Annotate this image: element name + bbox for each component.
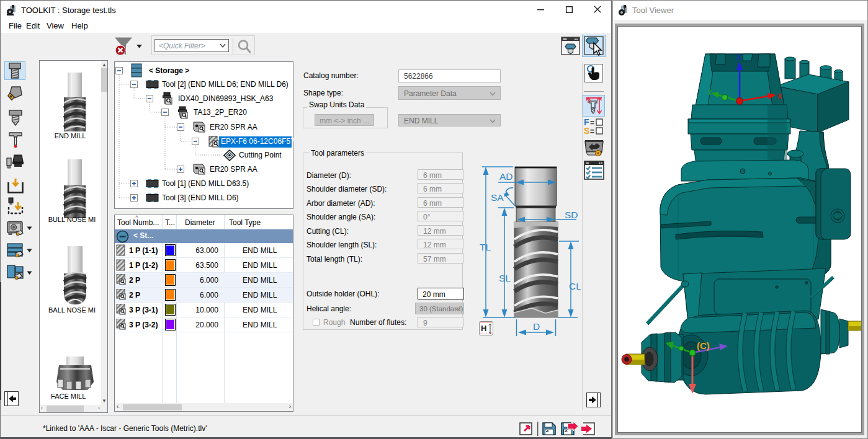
svg-text:AD: AD — [499, 171, 513, 182]
svg-text:(C): (C) — [697, 340, 710, 351]
svg-text:D: D — [533, 321, 540, 332]
svg-text:CL: CL — [569, 281, 581, 291]
svg-text:TL: TL — [480, 242, 491, 252]
svg-text:=: = — [590, 127, 594, 135]
svg-text:SD: SD — [565, 210, 578, 220]
svg-text:X: X — [777, 92, 782, 100]
svg-text:Y: Y — [707, 89, 712, 96]
svg-text:=: = — [590, 118, 594, 127]
svg-text:SA: SA — [491, 192, 504, 203]
svg-text:S: S — [584, 126, 589, 135]
svg-text:Z: Z — [737, 53, 741, 61]
svg-text:SL: SL — [499, 273, 511, 283]
